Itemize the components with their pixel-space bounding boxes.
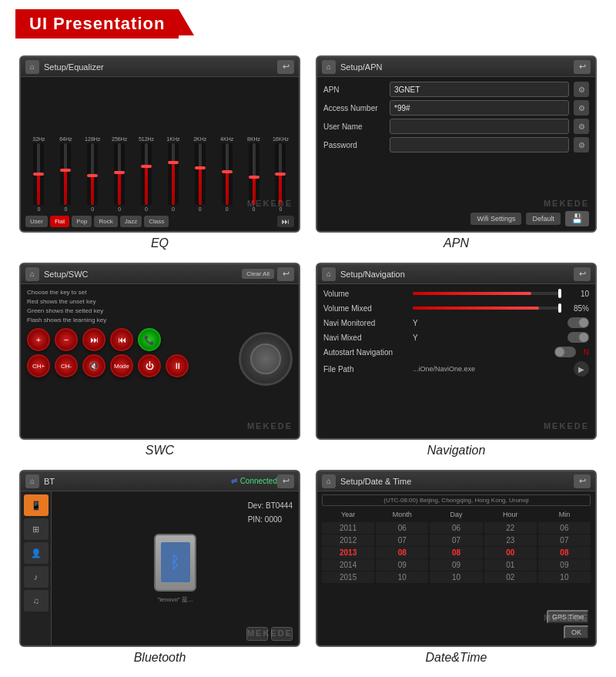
bt-ctrl-btn-1[interactable] — [246, 627, 268, 641]
bt-btn-music[interactable]: ♪ — [24, 566, 49, 588]
swc-btn-next[interactable]: ⏭ — [82, 328, 105, 351]
swc-row-2: CH+ CH- 🔇 Mode ⏻ ⏸ — [27, 354, 233, 377]
swc-home-icon[interactable]: ⌂ — [25, 267, 39, 281]
apn-wifi-settings-btn[interactable]: Wifi Settings — [470, 213, 521, 225]
eq-band-4khz: 4KHz 0 — [219, 136, 236, 212]
swc-btn-chdown[interactable]: CH- — [55, 354, 78, 377]
nav-screen-title: Setup/Navigation — [340, 270, 574, 279]
apn-save-btn[interactable]: 💾 — [565, 211, 589, 226]
apn-input-access[interactable] — [390, 100, 569, 116]
eq-btn-rock[interactable]: Rock — [94, 216, 117, 227]
eq-btn-flat[interactable]: Flat — [50, 216, 69, 227]
dt-back-btn[interactable]: ↩ — [574, 474, 591, 488]
nav-volume-thumb[interactable] — [558, 289, 561, 298]
dt-screen: ⌂ Setup/Date & Time ↩ (UTC-08:00) Beijin… — [316, 470, 597, 647]
swc-back-btn[interactable]: ↩ — [277, 267, 294, 281]
swc-cell: ⌂ Setup/SWC Clear All ↩ Choose the key t… — [12, 256, 308, 464]
apn-gear-apn[interactable]: ⚙ — [574, 82, 589, 97]
bt-cell: ⌂ BT ⇌ Connected ↩ 📱 ⊞ 👤 ♪ ♫ ᛒ — [12, 464, 308, 671]
dt-gps-btn[interactable]: GPS Time — [547, 610, 589, 624]
dt-content: (UTC-08:00) Beijing, Chongqing, Hong Kon… — [317, 491, 595, 645]
nav-volume-mixed-thumb[interactable] — [558, 303, 561, 313]
swc-btn-mute[interactable]: 🔇 — [82, 354, 105, 377]
apn-input-username[interactable] — [390, 119, 569, 134]
bt-btn-contact[interactable]: 👤 — [24, 542, 49, 564]
bt-btn-grid[interactable]: ⊞ — [24, 518, 49, 540]
table-row: 2012 07 07 23 07 — [322, 535, 591, 546]
dt-timezone: (UTC-08:00) Beijing, Chongqing, Hong Kon… — [322, 494, 591, 506]
apn-gear-password[interactable]: ⚙ — [574, 137, 589, 152]
bt-main: ᛒ "lenovo" 蓝... Dev: BT0444 PIN: 0000 — [52, 491, 299, 645]
swc-btn-phone[interactable]: 📞 — [138, 328, 161, 351]
eq-preset-buttons: User Flat Pop Rock Jazz Class ⏭ — [25, 213, 294, 230]
dt-ok-btn[interactable]: OK — [564, 625, 589, 639]
bt-controls — [246, 627, 293, 641]
apn-gear-username[interactable]: ⚙ — [574, 119, 589, 134]
swc-label: SWC — [146, 444, 174, 457]
swc-btn-prev[interactable]: ⏮ — [110, 328, 133, 351]
apn-input-password[interactable] — [390, 137, 569, 152]
bt-home-icon[interactable]: ⌂ — [25, 474, 39, 488]
swc-main: + − ⏭ ⏮ 📞 CH+ CH- 🔇 Mode ⏻ ⏸ — [27, 328, 293, 434]
eq-band-16khz: 16KHz 0 — [272, 136, 289, 212]
apn-gear-access[interactable]: ⚙ — [574, 100, 589, 116]
swc-btn-chup[interactable]: CH+ — [27, 354, 50, 377]
apn-cell: ⌂ Setup/APN ↩ APN ⚙ Access Number ⚙ User… — [308, 49, 604, 256]
bt-content: 📱 ⊞ 👤 ♪ ♫ ᛒ "lenovo" 蓝... Dev: BT0444 — [21, 491, 299, 645]
swc-btn-pause[interactable]: ⏸ — [166, 354, 189, 377]
nav-monitored-toggle[interactable] — [567, 317, 589, 328]
eq-btn-pop[interactable]: Pop — [72, 216, 92, 227]
bt-btn-note[interactable]: ♫ — [24, 590, 49, 612]
eq-screen-header: ⌂ Setup/Equalizer ↩ — [21, 57, 299, 77]
bt-pin: PIN: 0000 — [248, 513, 293, 527]
eq-home-icon[interactable]: ⌂ — [25, 60, 39, 74]
eq-btn-jazz[interactable]: Jazz — [120, 216, 142, 227]
bt-ctrl-btn-2[interactable] — [271, 627, 293, 641]
eq-band-64hz: 64Hz 0 — [57, 136, 74, 212]
swc-screen-title: Setup/SWC — [44, 270, 242, 279]
apn-input-apn[interactable] — [390, 82, 569, 97]
nav-autostart-toggle[interactable] — [554, 347, 576, 357]
eq-btn-user[interactable]: User — [25, 216, 48, 227]
header-title-bg: UI Presentation — [15, 9, 179, 39]
dt-label: Date&Time — [426, 651, 487, 665]
bt-back-btn[interactable]: ↩ — [277, 474, 294, 488]
bt-device-id: Dev: BT0444 — [248, 499, 293, 513]
nav-row-navi-mixed: Navi Mixed Y — [323, 332, 589, 343]
nav-screen-header: ⌂ Setup/Navigation ↩ — [317, 264, 595, 284]
nav-cell: ⌂ Setup/Navigation ↩ Volume 10 — [308, 256, 604, 464]
bt-connected-status: Connected — [240, 477, 277, 485]
apn-default-btn[interactable]: Default — [526, 213, 561, 225]
dt-home-icon[interactable]: ⌂ — [322, 474, 336, 488]
bt-btn-bluetooth[interactable]: 📱 — [24, 494, 49, 516]
eq-btn-class[interactable]: Class — [144, 216, 169, 227]
apn-screen-title: Setup/APN — [340, 62, 574, 72]
nav-content: Volume 10 Volume Mixed — [317, 284, 595, 438]
table-row: 2013 08 08 00 08 — [322, 547, 591, 558]
eq-back-btn[interactable]: ↩ — [277, 60, 294, 74]
nav-screen: ⌂ Setup/Navigation ↩ Volume 10 — [316, 263, 597, 440]
apn-footer: Wifi Settings Default 💾 — [323, 211, 589, 226]
apn-screen: ⌂ Setup/APN ↩ APN ⚙ Access Number ⚙ User… — [316, 55, 597, 233]
eq-screen-title: Setup/Equalizer — [44, 62, 277, 72]
nav-home-icon[interactable]: ⌂ — [322, 267, 336, 281]
apn-row-username: User Name ⚙ — [323, 119, 589, 134]
panels-grid: ⌂ Setup/Equalizer ↩ 32Hz — [0, 45, 616, 675]
swc-btn-mode[interactable]: Mode — [110, 354, 133, 377]
apn-back-btn[interactable]: ↩ — [574, 60, 591, 74]
nav-mixed-toggle[interactable] — [567, 332, 589, 343]
nav-row-filepath: File Path ...iOne/NaviOne.exe ▶ — [323, 361, 589, 377]
page-header: UI Presentation — [0, 0, 616, 45]
eq-content: 32Hz 0 64Hz — [21, 77, 299, 231]
table-row: 2011 06 06 22 06 — [322, 522, 591, 534]
nav-back-btn[interactable]: ↩ — [574, 267, 591, 281]
nav-file-browse-btn[interactable]: ▶ — [574, 361, 589, 377]
bt-arrows-icon: ⇌ — [231, 477, 237, 485]
bt-device-info: Dev: BT0444 PIN: 0000 — [248, 499, 293, 527]
eq-next-btn[interactable]: ⏭ — [277, 216, 294, 227]
swc-clear-all-btn[interactable]: Clear All — [242, 269, 274, 279]
swc-btn-volup[interactable]: + — [27, 328, 50, 351]
swc-btn-voldown[interactable]: − — [55, 328, 78, 351]
swc-btn-power[interactable]: ⏻ — [138, 354, 161, 377]
apn-home-icon[interactable]: ⌂ — [322, 60, 336, 74]
